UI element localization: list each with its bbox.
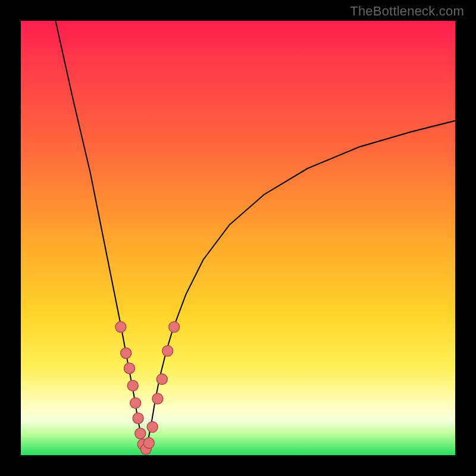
- watermark-text: TheBottleneck.com: [350, 4, 464, 19]
- marker-dot: [152, 393, 163, 404]
- marker-dot: [124, 363, 135, 374]
- marker-dot: [156, 374, 167, 384]
- marker-dots-group: [115, 322, 180, 455]
- marker-dot: [127, 380, 138, 391]
- marker-dot: [133, 413, 143, 424]
- marker-dot: [143, 438, 154, 449]
- marker-dot: [169, 322, 180, 333]
- marker-dot: [130, 397, 141, 408]
- marker-dot: [115, 322, 126, 333]
- marker-dot: [135, 428, 146, 439]
- chart-frame: TheBottleneck.com: [0, 0, 476, 476]
- curve-svg: [21, 21, 455, 455]
- marker-dot: [121, 348, 131, 359]
- plot-area: [21, 21, 455, 455]
- bottleneck-curve: [55, 21, 455, 449]
- marker-dot: [162, 346, 173, 356]
- marker-dot: [147, 422, 158, 433]
